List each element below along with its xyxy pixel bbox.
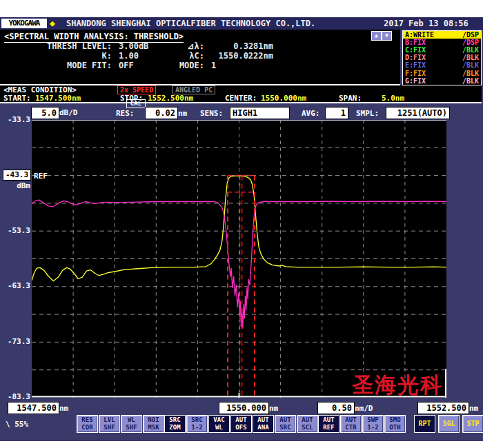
sens-label: SENS:: [200, 109, 223, 118]
mode-label: MODE:: [138, 61, 204, 70]
start-label: START:: [3, 94, 31, 103]
softkey-aut-ana[interactable]: AUTANA: [253, 415, 274, 433]
y-label--33.3: -33.3: [0, 115, 30, 124]
x-stop-unit: nm: [469, 404, 478, 413]
watermark-text: 圣海光科: [351, 372, 443, 397]
softkey-aut-ofs[interactable]: AUTOFS: [230, 415, 252, 433]
x-start-unit: nm: [59, 404, 68, 413]
x-center-field[interactable]: 1550.000: [219, 402, 269, 414]
softkey-aut-scl[interactable]: AUTSCL: [297, 415, 318, 433]
start-value: 1547.500nm: [35, 94, 81, 103]
y-label--63.3: -63.3: [0, 281, 30, 290]
res-label: RES:: [116, 109, 135, 118]
softkey-wl-shf[interactable]: WLSHF: [121, 415, 142, 433]
x-scale-unit: nm/D: [355, 404, 373, 413]
yokogawa-logo: YOKOGAWA: [1, 19, 47, 28]
spectrum-svg: REF圣海光科: [32, 120, 446, 398]
instrument-screen: YOKOGAWA ◆ SHANDONG SHENGHAI OPTICALFIBE…: [0, 17, 483, 441]
x-center-unit: nm: [269, 404, 278, 413]
meas-condition-panel: <MEAS CONDITION> 2x SPEED ANGLED PC STAR…: [0, 85, 482, 103]
trace-item-g[interactable]: G:FIX/BLK: [403, 77, 481, 85]
ref-label: REF: [34, 172, 48, 181]
spectrum-chart: REF圣海光科: [32, 120, 446, 398]
trace-item-e[interactable]: E:FIX/BLK: [403, 61, 481, 69]
stop-value: 1552.500nm: [148, 94, 193, 103]
analysis-panel: <SPECTRAL WIDTH ANALYSIS: THRESHOLD> THR…: [0, 30, 400, 85]
trace-item-b[interactable]: B:FIX/DSP: [403, 39, 481, 46]
stp-button[interactable]: STP: [462, 415, 483, 433]
level-scale-unit: dB/D: [59, 108, 78, 117]
level-scale-field[interactable]: 5.0: [31, 107, 59, 119]
x-start-field[interactable]: 1547.500: [8, 402, 59, 414]
y-unit-label: dBm: [0, 181, 30, 190]
delta-lambda-value: 0.3281nm: [211, 41, 273, 51]
avg-label: AVG:: [302, 109, 320, 118]
trace-item-d[interactable]: D:FIX/BLK: [403, 54, 481, 61]
company-name: SHANDONG SHENGHAI OPTICALFIBER TECHNOLOG…: [66, 19, 315, 28]
span-value: 5.0nm: [382, 94, 404, 103]
softkey-swp-1-2[interactable]: SWP1-2: [362, 415, 384, 433]
smpl-label: SMPL:: [356, 109, 379, 118]
center-value: 1550.000nm: [261, 94, 306, 103]
lambda-c-label: λC:: [138, 51, 204, 61]
mode-value: 1: [211, 61, 273, 70]
softkey-vac-wl[interactable]: VACWL: [208, 415, 230, 433]
span-label: SPAN:: [339, 94, 362, 103]
x-scale-field[interactable]: 0.50: [317, 402, 355, 414]
mode-fit-value: OFF: [119, 61, 134, 70]
softkey-lvl-shf[interactable]: LVLSHF: [99, 415, 120, 433]
softkey-res-cor[interactable]: RESCOR: [77, 415, 98, 433]
trace-panel: A:WRITE/DSPB:FIX/DSPC:FIX/BLKD:FIX/BLKE:…: [402, 30, 482, 85]
trace-item-f[interactable]: F:FIX/BLK: [403, 69, 481, 77]
datetime: 2017 Feb 13 08:56: [384, 19, 469, 28]
smpl-field[interactable]: 1251(AUTO): [386, 107, 450, 119]
res-field[interactable]: 0.02: [145, 107, 178, 119]
softkey-aut-ctr[interactable]: AUTCTR: [340, 415, 362, 433]
rpt-button[interactable]: RPT: [414, 415, 435, 433]
softkey-aut-ref[interactable]: AUTREF: [318, 415, 339, 433]
title-bar: YOKOGAWA ◆ SHANDONG SHENGHAI OPTICALFIBE…: [0, 17, 483, 30]
scroll-down-icon[interactable]: ▼: [382, 31, 392, 41]
diamond-icon: ◆: [50, 18, 55, 29]
softkey-src-1-2[interactable]: SRC1-2: [186, 415, 208, 433]
avg-field[interactable]: 1: [325, 107, 348, 119]
x-stop-field[interactable]: 1552.500: [417, 402, 469, 414]
trace-item-a[interactable]: A:WRITE/DSP: [403, 31, 481, 39]
progress-indicator: \ 55%: [6, 420, 28, 429]
ref-level-box[interactable]: -43.3: [3, 170, 31, 181]
sgl-button[interactable]: SGL: [438, 415, 460, 433]
lambda-c-value: 1550.0222nm: [211, 51, 273, 61]
scroll-up-icon[interactable]: ▲: [371, 31, 382, 41]
softkey-aut-src[interactable]: AUTSRC: [275, 415, 296, 433]
trace-item-c[interactable]: C:FIX/BLK: [403, 46, 481, 54]
delta-lambda-label: ⊿λ:: [138, 41, 204, 51]
thresh-level-label: THRESH LEVEL:: [0, 41, 112, 51]
y-label--73.3: -73.3: [0, 337, 30, 346]
k-value: 1.00: [119, 51, 139, 61]
softkey-src-zom[interactable]: SRCZOM: [164, 415, 186, 433]
softkey-noi-msk[interactable]: NOIMSK: [143, 415, 164, 433]
res-unit: nm: [178, 109, 187, 118]
sens-field[interactable]: HIGH1: [230, 107, 290, 119]
softkey-smo-oth[interactable]: SMOOTH: [384, 415, 406, 433]
y-label--53.3: -53.3: [0, 226, 30, 235]
center-label: CENTER:: [225, 94, 257, 103]
cal-badge: CAL: [126, 99, 146, 108]
mode-fit-label: MODE FIT:: [0, 61, 112, 70]
y-label--83.3: -83.3: [0, 392, 30, 401]
k-label: K:: [0, 51, 112, 61]
